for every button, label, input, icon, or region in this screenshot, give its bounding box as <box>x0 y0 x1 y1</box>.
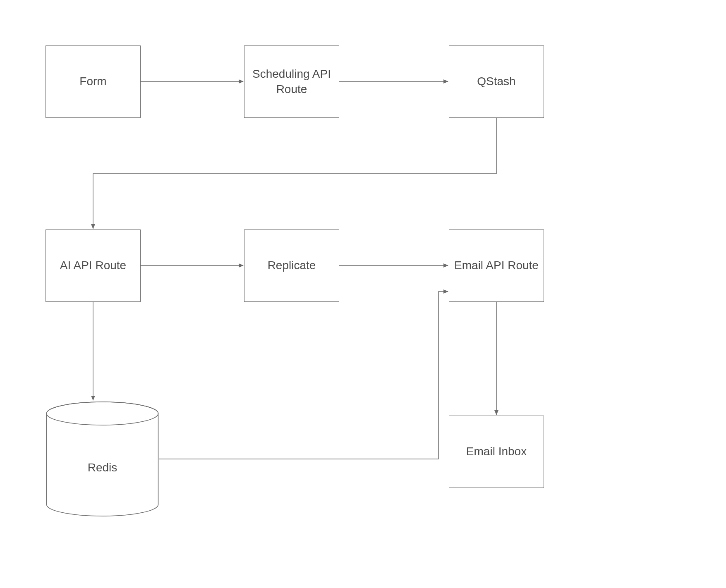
edge-qstash-to-ai-api <box>93 118 496 229</box>
node-ai-api-route: AI API Route <box>46 229 141 302</box>
node-label: Replicate <box>268 258 316 273</box>
node-label: Redis <box>46 461 159 474</box>
node-form: Form <box>46 45 141 118</box>
node-label: Email Inbox <box>466 444 527 459</box>
node-label: Email API Route <box>454 258 539 273</box>
node-label: AI API Route <box>60 258 126 273</box>
node-label: QStash <box>477 74 515 89</box>
node-scheduling-api-route: Scheduling API Route <box>244 45 339 118</box>
node-email-api-route: Email API Route <box>449 229 544 302</box>
flowchart-diagram: Form Scheduling API Route QStash AI API … <box>0 0 726 588</box>
node-qstash: QStash <box>449 45 544 118</box>
node-email-inbox: Email Inbox <box>449 416 544 488</box>
node-label: Scheduling API Route <box>252 67 331 97</box>
edge-redis-to-email-api <box>159 292 448 459</box>
node-redis: Redis <box>46 401 159 517</box>
node-label: Form <box>79 74 106 89</box>
node-replicate: Replicate <box>244 229 339 302</box>
